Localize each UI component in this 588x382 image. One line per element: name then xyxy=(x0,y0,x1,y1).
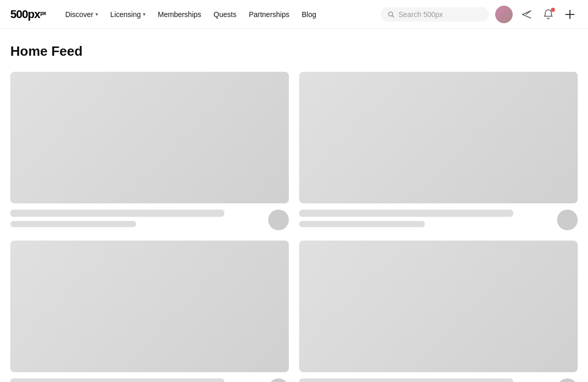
card-image xyxy=(299,241,578,372)
card-meta xyxy=(299,378,578,382)
nav-links: Discover ▾ Licensing ▾ Memberships Quest… xyxy=(60,7,381,22)
card-avatar xyxy=(557,378,578,382)
card-text xyxy=(299,378,551,382)
send-icon xyxy=(521,9,532,20)
card-image xyxy=(10,241,289,372)
svg-line-2 xyxy=(392,15,394,17)
nav-partnerships[interactable]: Partnerships xyxy=(243,7,295,22)
card-image xyxy=(10,72,289,203)
card-title-skeleton xyxy=(10,378,224,382)
card-title-skeleton xyxy=(299,210,513,217)
page-title: Home Feed xyxy=(10,43,578,59)
nav-memberships[interactable]: Memberships xyxy=(153,7,206,22)
nav-licensing[interactable]: Licensing ▾ xyxy=(105,7,151,22)
card-avatar xyxy=(268,378,289,382)
add-button[interactable] xyxy=(562,7,578,22)
card-title-skeleton xyxy=(10,210,224,217)
nav-right xyxy=(381,6,578,23)
feed-card xyxy=(299,241,578,382)
logo-text: 500px xyxy=(10,8,40,21)
card-avatar xyxy=(268,210,289,230)
avatar-image xyxy=(495,6,513,23)
main-nav: 500px px Discover ▾ Licensing ▾ Membersh… xyxy=(0,0,588,29)
card-title-skeleton xyxy=(299,378,513,382)
search-input[interactable] xyxy=(398,10,482,19)
discover-chevron-icon: ▾ xyxy=(95,11,98,17)
nav-discover[interactable]: Discover ▾ xyxy=(60,7,103,22)
card-subtitle-skeleton xyxy=(10,221,136,227)
plus-icon xyxy=(564,9,576,20)
svg-text:px: px xyxy=(40,10,47,16)
card-text xyxy=(10,210,262,227)
send-button[interactable] xyxy=(519,7,534,22)
card-avatar xyxy=(557,210,578,230)
logo[interactable]: 500px px xyxy=(10,8,47,21)
card-subtitle-skeleton xyxy=(299,221,425,227)
feed-card xyxy=(10,72,289,230)
card-text xyxy=(10,378,262,382)
svg-line-4 xyxy=(522,14,531,18)
nav-blog[interactable]: Blog xyxy=(297,7,321,22)
nav-quests[interactable]: Quests xyxy=(208,7,241,22)
main-content: Home Feed xyxy=(0,29,588,382)
card-meta xyxy=(10,378,289,382)
card-meta xyxy=(10,210,289,230)
logo-px-icon: px xyxy=(40,9,47,17)
feed-grid xyxy=(10,72,578,382)
licensing-chevron-icon: ▾ xyxy=(143,11,145,17)
card-text xyxy=(299,210,551,227)
search-icon xyxy=(388,11,394,18)
feed-card xyxy=(299,72,578,230)
card-image xyxy=(299,72,578,203)
search-box[interactable] xyxy=(381,7,489,22)
feed-card xyxy=(10,241,289,382)
card-meta xyxy=(299,210,578,230)
avatar[interactable] xyxy=(495,6,513,23)
notifications-button[interactable] xyxy=(541,7,556,22)
notification-dot xyxy=(551,8,555,12)
